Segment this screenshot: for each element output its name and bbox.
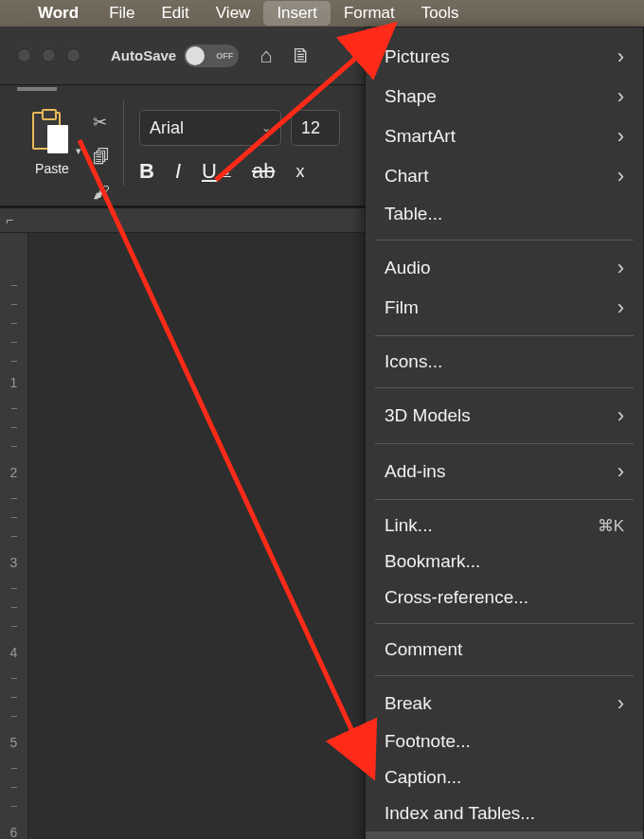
ruler-tick: 3 xyxy=(0,555,27,570)
font-size-combo[interactable]: 12 xyxy=(291,110,340,146)
menu-item-label: Pictures xyxy=(385,46,450,67)
menu-item-link[interactable]: Link...⌘K xyxy=(366,508,643,544)
chevron-right-icon: › xyxy=(617,84,624,109)
bold-button[interactable]: B xyxy=(139,159,154,184)
cut-icon[interactable]: ✂ xyxy=(93,112,110,133)
menu-item-smartart[interactable]: SmartArt› xyxy=(366,116,643,156)
menu-item-label: SmartArt xyxy=(385,126,456,147)
chevron-right-icon: › xyxy=(617,459,624,484)
menu-item-label: 3D Models xyxy=(385,405,471,426)
menu-separator xyxy=(375,240,634,241)
menu-format[interactable]: Format xyxy=(331,1,408,26)
menu-insert[interactable]: Insert xyxy=(263,1,331,26)
chevron-right-icon: › xyxy=(617,256,624,280)
document-icon[interactable]: 🗎 xyxy=(291,44,312,68)
chevron-down-icon[interactable]: ⌄ xyxy=(223,166,231,178)
ruler-tick: 4 xyxy=(0,645,27,660)
font-name-combo[interactable]: Arial ⌄ xyxy=(139,110,281,146)
insert-dropdown-menu: Pictures›Shape›SmartArt›Chart›Table...Au… xyxy=(365,27,644,839)
app-name[interactable]: Word xyxy=(38,4,79,23)
menu-item-label: Chart xyxy=(385,166,428,187)
window-minimize-button[interactable] xyxy=(42,48,56,62)
menu-separator xyxy=(375,675,634,676)
menu-item-label: Cross-reference... xyxy=(385,587,528,608)
menu-item-3d-models[interactable]: 3D Models› xyxy=(366,396,643,436)
menu-item-label: Index and Tables... xyxy=(385,803,535,824)
chevron-right-icon: › xyxy=(617,295,624,320)
vertical-ruler[interactable]: 1 2 3 4 5 6 xyxy=(0,233,28,839)
menu-item-table[interactable]: Table... xyxy=(366,196,643,232)
menu-item-label: Link... xyxy=(385,515,433,536)
font-name-value: Arial xyxy=(150,118,184,138)
paste-label: Paste xyxy=(35,161,69,176)
menu-item-break[interactable]: Break› xyxy=(366,684,643,723)
menu-tools[interactable]: Tools xyxy=(408,1,473,26)
subscript-button[interactable]: x xyxy=(295,162,304,182)
menu-item-label: Bookmark... xyxy=(385,551,480,572)
menu-item-caption[interactable]: Caption... xyxy=(366,759,643,795)
underline-button[interactable]: U⌄ xyxy=(202,159,231,184)
traffic-lights xyxy=(17,48,80,62)
menu-item-audio[interactable]: Audio› xyxy=(366,248,643,288)
format-painter-icon[interactable]: 🖌 xyxy=(93,183,110,203)
menu-item-comment[interactable]: Comment xyxy=(366,632,643,668)
italic-button[interactable]: I xyxy=(175,159,181,184)
menu-item-bookmark[interactable]: Bookmark... xyxy=(366,544,643,580)
menu-item-add-ins[interactable]: Add-ins› xyxy=(366,452,643,491)
menu-file[interactable]: File xyxy=(96,1,148,26)
menu-view[interactable]: View xyxy=(203,1,264,26)
menu-separator xyxy=(375,335,634,336)
menu-item-label: Shape xyxy=(385,86,437,107)
menu-item-label: Add-ins xyxy=(385,461,445,482)
menu-separator xyxy=(375,387,634,388)
menu-item-label: Audio xyxy=(385,258,431,278)
ruler-origin-glyph: ⌐ xyxy=(6,212,13,227)
strikethrough-button[interactable]: ab xyxy=(252,159,275,184)
chevron-right-icon: › xyxy=(617,124,624,149)
menu-separator xyxy=(375,499,634,500)
chevron-right-icon: › xyxy=(617,403,624,428)
menu-item-label: Table... xyxy=(385,204,442,224)
menu-edit[interactable]: Edit xyxy=(149,1,203,26)
ruler-tick: 6 xyxy=(0,825,27,839)
autosave-toggle[interactable]: OFF xyxy=(184,45,239,67)
menu-item-pictures[interactable]: Pictures› xyxy=(366,37,643,77)
menu-item-label: Break xyxy=(385,693,432,714)
menu-item-film[interactable]: Film› xyxy=(366,288,643,328)
window-zoom-button[interactable] xyxy=(66,48,80,62)
menu-item-index-and-tables[interactable]: Index and Tables... xyxy=(366,795,643,831)
document-sheet-icon xyxy=(47,125,68,153)
ribbon-divider xyxy=(123,100,124,186)
menu-item-chart[interactable]: Chart› xyxy=(366,156,643,196)
font-size-value: 12 xyxy=(301,118,320,138)
menu-separator xyxy=(375,443,634,444)
mac-menubar: Word File Edit View Insert Format Tools xyxy=(0,0,644,27)
menu-item-label: Comment xyxy=(385,639,462,660)
chevron-down-icon: ⌄ xyxy=(261,121,271,134)
ruler-tick: 2 xyxy=(0,465,27,480)
chevron-right-icon: › xyxy=(617,164,624,188)
menu-item-watermark[interactable]: Watermark... xyxy=(366,831,643,839)
menu-item-label: Footnote... xyxy=(385,731,471,752)
chevron-right-icon: › xyxy=(617,691,624,716)
home-icon[interactable]: ⌂ xyxy=(259,44,272,68)
chevron-down-icon[interactable]: ▾ xyxy=(76,145,81,157)
ruler-tick: 1 xyxy=(0,375,27,390)
menu-item-label: Film xyxy=(385,297,419,318)
copy-icon[interactable]: 🗐 xyxy=(93,148,110,168)
ruler-tick: 5 xyxy=(0,735,27,750)
autosave-state: OFF xyxy=(216,51,233,61)
menu-item-icons[interactable]: Icons... xyxy=(366,344,643,380)
menu-item-label: Caption... xyxy=(385,767,461,788)
font-format-row: B I U⌄ ab x xyxy=(139,159,340,184)
window-close-button[interactable] xyxy=(17,48,31,62)
ribbon-tab-underline xyxy=(17,87,57,91)
paste-button[interactable]: ▾ xyxy=(30,110,74,155)
paste-group: ▾ Paste xyxy=(19,110,85,176)
autosave-control[interactable]: AutoSave OFF xyxy=(111,45,239,67)
autosave-label: AutoSave xyxy=(111,47,176,63)
menu-item-footnote[interactable]: Footnote... xyxy=(366,723,643,759)
menu-item-cross-reference[interactable]: Cross-reference... xyxy=(366,580,643,616)
toggle-knob-icon xyxy=(186,46,205,65)
menu-item-shape[interactable]: Shape› xyxy=(366,77,643,116)
